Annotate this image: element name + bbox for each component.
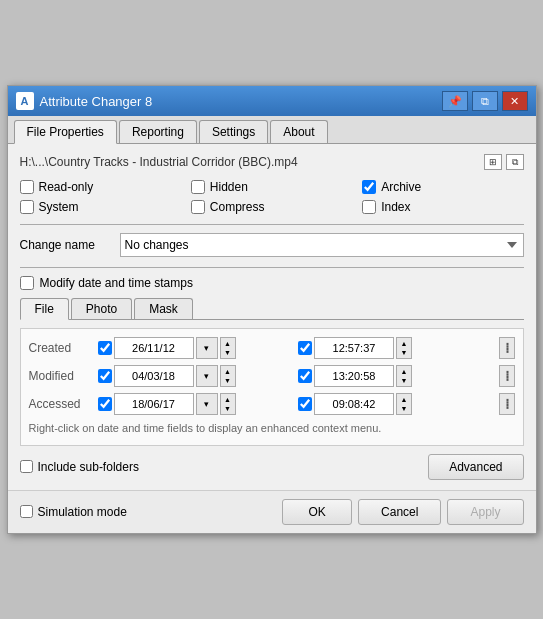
created-label: Created	[29, 341, 94, 355]
window-title: Attribute Changer 8	[40, 94, 153, 109]
modified-row: Modified ▾ ▲ ▼ ▲ ▼	[29, 365, 515, 387]
accessed-menu-button[interactable]: ⁞	[499, 393, 515, 415]
main-tabs: File Properties Reporting Settings About	[8, 116, 536, 144]
attr-compress-checkbox[interactable]	[191, 200, 205, 214]
modified-time-field: ▲ ▼	[298, 365, 495, 387]
accessed-row: Accessed ▾ ▲ ▼ ▲ ▼	[29, 393, 515, 415]
accessed-time-checkbox[interactable]	[298, 397, 312, 411]
change-name-select[interactable]: No changes Uppercase Lowercase Titlecase	[120, 233, 524, 257]
simulation-mode-text: Simulation mode	[38, 505, 127, 519]
include-subfolders-checkbox[interactable]	[20, 460, 33, 473]
ok-button[interactable]: OK	[282, 499, 352, 525]
modify-date-row: Modify date and time stamps	[20, 276, 524, 290]
accessed-label: Accessed	[29, 397, 94, 411]
hint-text: Right-click on date and time fields to d…	[29, 421, 515, 436]
simulation-mode-label[interactable]: Simulation mode	[20, 505, 127, 519]
created-time-spinner[interactable]: ▲ ▼	[396, 337, 412, 359]
modified-date-spinner[interactable]: ▲ ▼	[220, 365, 236, 387]
title-bar-controls: 📌 ⧉ ✕	[442, 91, 528, 111]
accessed-date-picker-icon[interactable]: ▾	[196, 393, 218, 415]
created-date-picker-icon[interactable]: ▾	[196, 337, 218, 359]
modified-time-checkbox[interactable]	[298, 369, 312, 383]
modified-date-input[interactable]	[114, 365, 194, 387]
footer: Simulation mode OK Cancel Apply	[8, 490, 536, 533]
attr-hidden-checkbox[interactable]	[191, 180, 205, 194]
include-subfolders-text: Include sub-folders	[38, 460, 139, 474]
tab-reporting[interactable]: Reporting	[119, 120, 197, 143]
accessed-time-spinner[interactable]: ▲ ▼	[396, 393, 412, 415]
advanced-button[interactable]: Advanced	[428, 454, 523, 480]
created-time-field: ▲ ▼	[298, 337, 495, 359]
created-menu-button[interactable]: ⁞	[499, 337, 515, 359]
accessed-date-spinner[interactable]: ▲ ▼	[220, 393, 236, 415]
modified-date-checkbox[interactable]	[98, 369, 112, 383]
change-name-label: Change name	[20, 238, 110, 252]
bottom-section: Include sub-folders Advanced	[20, 454, 524, 480]
created-time-input[interactable]	[314, 337, 394, 359]
created-date-input[interactable]	[114, 337, 194, 359]
tab-about[interactable]: About	[270, 120, 327, 143]
close-button[interactable]: ✕	[502, 91, 528, 111]
attr-index[interactable]: Index	[362, 200, 523, 214]
footer-buttons: OK Cancel Apply	[282, 499, 523, 525]
main-window: A Attribute Changer 8 📌 ⧉ ✕ File Propert…	[7, 85, 537, 533]
inner-tab-mask[interactable]: Mask	[134, 298, 193, 319]
attributes-grid: Read-only Hidden Archive System Compress…	[20, 180, 524, 214]
attr-index-checkbox[interactable]	[362, 200, 376, 214]
modify-date-label: Modify date and time stamps	[40, 276, 193, 290]
file-path-text: H:\...\Country Tracks - Industrial Corri…	[20, 155, 298, 169]
inner-tab-file[interactable]: File	[20, 298, 69, 320]
accessed-date-input[interactable]	[114, 393, 194, 415]
accessed-date-field: ▾ ▲ ▼	[98, 393, 295, 415]
attr-system[interactable]: System	[20, 200, 181, 214]
created-row: Created ▾ ▲ ▼ ▲ ▼	[29, 337, 515, 359]
tab-settings[interactable]: Settings	[199, 120, 268, 143]
modified-time-input[interactable]	[314, 365, 394, 387]
restore-button[interactable]: ⧉	[472, 91, 498, 111]
attr-archive-checkbox[interactable]	[362, 180, 376, 194]
date-panel: Created ▾ ▲ ▼ ▲ ▼	[20, 328, 524, 445]
modified-label: Modified	[29, 369, 94, 383]
modified-menu-button[interactable]: ⁞	[499, 365, 515, 387]
change-name-row: Change name No changes Uppercase Lowerca…	[20, 233, 524, 257]
inner-tabs: File Photo Mask	[20, 298, 524, 320]
created-date-spinner[interactable]: ▲ ▼	[220, 337, 236, 359]
title-bar-left: A Attribute Changer 8	[16, 92, 153, 110]
separator-2	[20, 267, 524, 268]
file-path-row: H:\...\Country Tracks - Industrial Corri…	[20, 154, 524, 170]
pin-button[interactable]: 📌	[442, 91, 468, 111]
modify-date-checkbox[interactable]	[20, 276, 34, 290]
modified-date-picker-icon[interactable]: ▾	[196, 365, 218, 387]
created-date-checkbox[interactable]	[98, 341, 112, 355]
attr-system-checkbox[interactable]	[20, 200, 34, 214]
app-icon: A	[16, 92, 34, 110]
attr-hidden[interactable]: Hidden	[191, 180, 352, 194]
separator-1	[20, 224, 524, 225]
include-subfolders-label[interactable]: Include sub-folders	[20, 460, 139, 474]
attr-archive[interactable]: Archive	[362, 180, 523, 194]
attr-compress[interactable]: Compress	[191, 200, 352, 214]
attr-readonly-checkbox[interactable]	[20, 180, 34, 194]
accessed-time-field: ▲ ▼	[298, 393, 495, 415]
created-date-field: ▾ ▲ ▼	[98, 337, 295, 359]
created-time-checkbox[interactable]	[298, 341, 312, 355]
grid-icon[interactable]: ⊞	[484, 154, 502, 170]
title-bar: A Attribute Changer 8 📌 ⧉ ✕	[8, 86, 536, 116]
attr-readonly[interactable]: Read-only	[20, 180, 181, 194]
file-path-icons: ⊞ ⧉	[484, 154, 524, 170]
main-content: H:\...\Country Tracks - Industrial Corri…	[8, 144, 536, 489]
tab-file-properties[interactable]: File Properties	[14, 120, 117, 144]
cancel-button[interactable]: Cancel	[358, 499, 441, 525]
inner-tab-photo[interactable]: Photo	[71, 298, 132, 319]
restore-small-icon[interactable]: ⧉	[506, 154, 524, 170]
modified-date-field: ▾ ▲ ▼	[98, 365, 295, 387]
modified-time-spinner[interactable]: ▲ ▼	[396, 365, 412, 387]
apply-button[interactable]: Apply	[447, 499, 523, 525]
simulation-mode-checkbox[interactable]	[20, 505, 33, 518]
accessed-time-input[interactable]	[314, 393, 394, 415]
accessed-date-checkbox[interactable]	[98, 397, 112, 411]
